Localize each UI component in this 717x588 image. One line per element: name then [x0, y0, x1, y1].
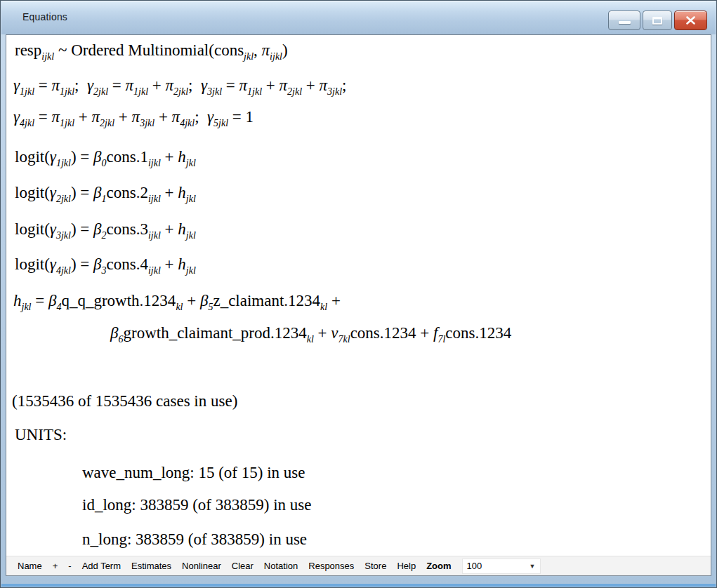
units-wave-num-long: wave_num_long: 15 (of 15) in use	[82, 462, 305, 484]
zoom-label: Zoom	[426, 561, 451, 571]
equations-display[interactable]: respijkl ~ Ordered Multinomial(consjkl, …	[6, 35, 711, 556]
zoom-combobox[interactable]: 100 ▼	[462, 559, 541, 574]
notation-button[interactable]: Notation	[264, 561, 298, 571]
nonlinear-button[interactable]: Nonlinear	[182, 561, 221, 571]
equation-gamma-cumulative-2: γ4jkl = π1jkl + π2jkl + π3jkl + π4jkl; γ…	[13, 106, 254, 128]
responses-button[interactable]: Responses	[308, 561, 354, 571]
equations-toolbar: Name + - Add Term Estimates Nonlinear Cl…	[6, 556, 711, 575]
equation-h-term: hjkl = β4q_q_growth.1234kl + β5z_claiman…	[13, 290, 341, 312]
units-heading: UNITS:	[15, 424, 67, 446]
help-button[interactable]: Help	[397, 561, 416, 571]
store-button[interactable]: Store	[364, 561, 386, 571]
minimize-icon	[619, 21, 631, 24]
minus-button[interactable]: -	[68, 561, 71, 571]
cases-in-use-text: (1535436 of 1535436 cases in use)	[12, 390, 237, 413]
estimates-button[interactable]: Estimates	[131, 561, 171, 571]
close-icon	[685, 16, 696, 25]
window-bottom-border	[1, 584, 716, 587]
equation-logit-3: logit(γ3jkl) = β2cons.3ijkl + hjkl	[15, 218, 196, 241]
units-n-long: n_long: 383859 (of 383859) in use	[82, 528, 307, 551]
equation-gamma-cumulative-1: γ1jkl = π1jkl; γ2jkl = π1jkl + π2jkl; γ3…	[13, 74, 347, 97]
equations-client-area: respijkl ~ Ordered Multinomial(consjkl, …	[6, 34, 711, 576]
maximize-icon	[652, 17, 662, 25]
chevron-down-icon: ▼	[529, 563, 536, 570]
equation-logit-1: logit(γ1jkl) = β0cons.1ijkl + hjkl	[15, 146, 196, 168]
minimize-button[interactable]	[608, 11, 640, 30]
equations-window: Equations respijkl ~ Ordered Multinomial…	[0, 0, 717, 588]
equation-logit-4: logit(γ4jkl) = β3cons.4ijkl + hjkl	[15, 253, 196, 276]
window-title: Equations	[22, 11, 67, 22]
equation-response-distribution: respijkl ~ Ordered Multinomial(consjkl, …	[15, 39, 288, 62]
close-button[interactable]	[674, 11, 707, 30]
maximize-button[interactable]	[643, 11, 672, 30]
caption-buttons	[608, 11, 707, 30]
equation-logit-2: logit(γ2jkl) = β1cons.2ijkl + hjkl	[15, 182, 196, 204]
zoom-value: 100	[467, 561, 529, 571]
name-button[interactable]: Name	[18, 561, 42, 571]
titlebar[interactable]: Equations	[1, 1, 716, 34]
units-id-long: id_long: 383859 (of 383859) in use	[82, 494, 311, 516]
plus-button[interactable]: +	[53, 561, 58, 571]
equation-h-term-continued: β6growth_claimant_prod.1234kl + v7klcons…	[110, 322, 511, 345]
add-term-button[interactable]: Add Term	[82, 561, 121, 571]
clear-button[interactable]: Clear	[232, 561, 254, 571]
